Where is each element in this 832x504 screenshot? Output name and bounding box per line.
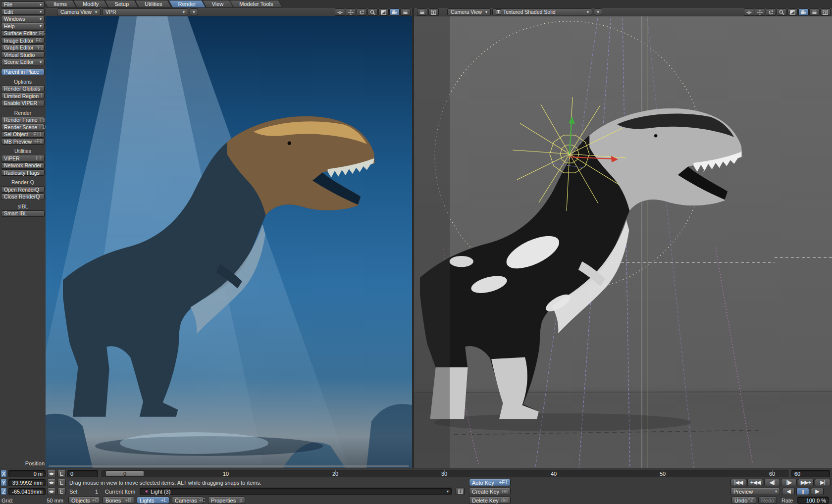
create-key-button[interactable]: Create Keyret (469, 488, 511, 495)
viewport-canvas-left-vpr[interactable] (46, 16, 412, 468)
zoom-view-button[interactable] (777, 8, 787, 16)
radiosity-flags-button[interactable]: Radiosity Flags (1, 169, 45, 176)
current-frame-field[interactable]: 0 (67, 470, 98, 477)
maximize-viewport-button[interactable] (378, 8, 389, 16)
x-envelope-button[interactable]: E (57, 470, 66, 477)
sidebar-menu-help[interactable]: Help▾ (1, 23, 45, 29)
z-envelope-button[interactable]: E (57, 488, 66, 495)
sidebar-item-scene-editor[interactable]: Scene Editor▾ (1, 59, 45, 65)
y-envelope-button[interactable]: E (57, 479, 66, 486)
sidebar-item-surface-editor[interactable]: Surface EditorF5 (1, 30, 45, 37)
bones-button[interactable]: Bones+B (103, 497, 134, 504)
close-renderq-button[interactable]: Close RenderQ (1, 194, 45, 200)
y-axis-badge[interactable]: Y (0, 479, 7, 486)
x-axis-badge[interactable]: X (0, 470, 7, 477)
y-nudge-stepper[interactable]: ◀▶ (47, 479, 56, 486)
rate-field[interactable]: 100.0 % (797, 497, 829, 504)
position-z-field[interactable]: -65.0419mm (8, 488, 46, 495)
go-end-button[interactable]: ▶| (815, 479, 831, 486)
viewport-left-header: Camera View▾ VPR▾ ▾ (46, 8, 412, 16)
sel-object-button[interactable]: Sel ObjectF11 (1, 131, 45, 138)
view-mode-dropdown[interactable]: Camera View▾ (447, 8, 491, 15)
pause-button[interactable]: || (796, 488, 809, 495)
properties-button[interactable]: Propertiesp (208, 497, 245, 504)
preview-dropdown[interactable]: Preview▾ (730, 488, 780, 495)
camera-view-button[interactable] (798, 8, 809, 16)
render-frame-button[interactable]: Render FrameF9 (1, 117, 45, 123)
prev-key-button[interactable]: +◀◀ (747, 479, 763, 486)
viewport-canvas-right-shaded[interactable] (414, 16, 832, 468)
limited-region-button[interactable]: Limited Regionl (1, 93, 45, 99)
go-start-button[interactable]: |◀◀ (730, 479, 746, 486)
tab-items[interactable]: Items (46, 0, 75, 8)
tab-modify[interactable]: Modify (75, 0, 106, 8)
viewport-options-dropdown[interactable]: ▾ (594, 8, 602, 15)
viewport-layout-button[interactable] (820, 8, 831, 16)
auto-key-button[interactable]: Auto Key+F1 (469, 479, 511, 486)
next-key-button[interactable]: ▶▶+ (798, 479, 814, 486)
position-x-field[interactable]: 0 m (8, 470, 46, 477)
lights-button[interactable]: Lights+L (137, 497, 169, 504)
render-globals-button[interactable]: Render Globals (1, 86, 45, 92)
sidebar-item-virtual-studio[interactable]: Virtual Studio (1, 51, 45, 58)
smart-ibl-button[interactable]: Smart IBL (1, 210, 45, 217)
objects-button[interactable]: Objects+O (68, 497, 100, 504)
end-frame-field[interactable]: 60 (791, 470, 830, 477)
sidebar-menu-edit[interactable]: Edit▾ (1, 8, 45, 15)
tick-label: 40 (544, 471, 564, 477)
tab-modeler-tools[interactable]: Modeler Tools (231, 0, 281, 8)
parent-in-place-button[interactable]: Parent in Place (1, 69, 45, 75)
tab-setup[interactable]: Setup (106, 0, 137, 8)
sidebar-item-image-editor[interactable]: Image EditorF6 (1, 37, 45, 44)
viewport-scrollbar[interactable] (49, 465, 409, 467)
undo-button[interactable]: Undo^Z (731, 497, 756, 504)
enable-viper-button[interactable]: Enable VIPER (1, 100, 45, 106)
play-button[interactable]: ▶ (811, 488, 824, 495)
play-reverse-button[interactable]: ◀ (782, 488, 795, 495)
timeline-track[interactable]: 10 20 30 40 50 60 0 (102, 470, 788, 477)
cameras-button[interactable]: Cameras+C (172, 497, 204, 504)
delete-key-button[interactable]: Delete Keydel (469, 497, 511, 504)
pan-view-button[interactable] (755, 8, 765, 16)
viewport-menu-button[interactable] (400, 8, 411, 16)
viper-button[interactable]: VIPERF7 (1, 155, 45, 161)
rotate-view-button[interactable] (766, 8, 776, 16)
tab-render[interactable]: Render (170, 0, 204, 8)
viewport-menu-button[interactable] (417, 8, 427, 16)
render-scene-button[interactable]: Render SceneF10 (1, 124, 45, 130)
redo-button[interactable]: Redo (758, 497, 777, 504)
move-view-button[interactable] (335, 8, 345, 16)
view-mode-dropdown[interactable]: Camera View▾ (57, 8, 101, 15)
shading-mode-dropdown[interactable]: VPR▾ (102, 8, 188, 15)
position-y-field[interactable]: 39.9992 mm (8, 479, 46, 486)
tab-utilities[interactable]: Utilities (137, 0, 170, 8)
open-renderq-button[interactable]: Open RenderQ (1, 186, 45, 193)
zoom-view-button[interactable] (367, 8, 378, 16)
sidebar-menu-windows[interactable]: Windows▾ (1, 16, 45, 22)
sidebar-menu-file[interactable]: File▾ (1, 1, 45, 8)
sidebar-item-graph-editor[interactable]: Graph Editor^F2 (1, 45, 45, 51)
viewport-layout-button[interactable] (428, 8, 439, 16)
maximize-viewport-button[interactable] (787, 8, 798, 16)
step-forward-button[interactable]: ||▶ (781, 479, 797, 486)
mb-preview-button[interactable]: MB Preview+F9 (1, 138, 45, 145)
step-back-button[interactable]: ◀|| (764, 479, 780, 486)
network-render-button[interactable]: Network Render (1, 162, 45, 169)
viewport-options-dropdown[interactable]: ▾ (190, 8, 198, 15)
group-label-render-q: Render-Q (1, 179, 45, 185)
current-item-dropdown[interactable]: Light (3) ▾ (140, 488, 452, 495)
shortcut: F9 (38, 117, 46, 123)
tab-view[interactable]: View (204, 0, 232, 8)
timeline-playhead[interactable]: 0 (105, 470, 144, 477)
rotate-view-button[interactable] (357, 8, 367, 16)
viewport-menu-button[interactable] (809, 8, 820, 16)
z-nudge-stepper[interactable]: ◀▶ (47, 488, 56, 495)
camera-view-button[interactable] (389, 8, 400, 16)
z-axis-badge[interactable]: Z (0, 488, 7, 495)
shading-mode-dropdown[interactable]: TTextured Shaded Solid▾ (492, 8, 592, 15)
pan-view-button[interactable] (346, 8, 356, 16)
move-view-button[interactable] (744, 8, 754, 16)
bottom-panel: X 0 m ◀▶ E 0 10 20 30 40 50 60 0 60 Y 39… (0, 468, 832, 504)
x-nudge-stepper[interactable]: ◀▶ (47, 470, 56, 477)
item-properties-button[interactable] (456, 488, 465, 495)
